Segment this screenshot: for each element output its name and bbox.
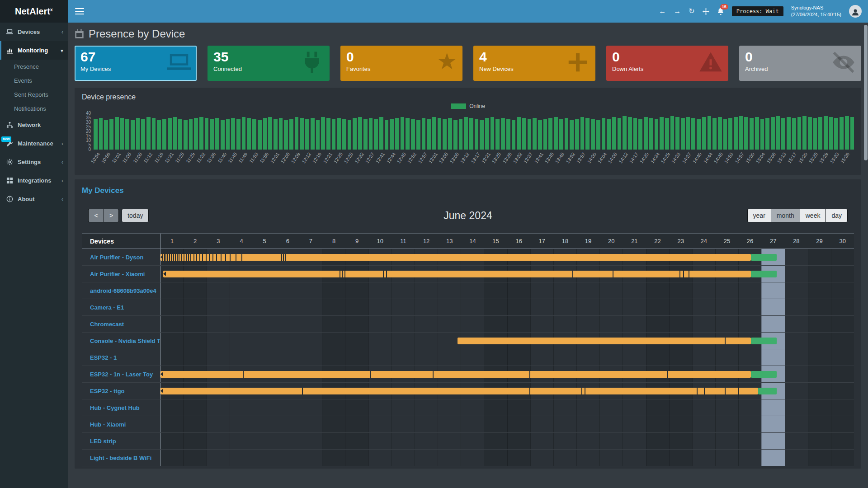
online-bar[interactable]	[802, 116, 807, 150]
online-bar[interactable]	[501, 118, 505, 150]
online-bar[interactable]	[649, 118, 653, 150]
online-bar[interactable]	[94, 119, 98, 150]
online-bar[interactable]	[596, 120, 600, 150]
online-bar[interactable]	[681, 118, 685, 150]
online-bar[interactable]	[152, 118, 156, 150]
online-bar[interactable]	[300, 118, 304, 150]
online-bar[interactable]	[602, 118, 606, 150]
online-bar[interactable]	[438, 118, 442, 150]
online-bar[interactable]	[443, 119, 447, 150]
online-bar[interactable]	[512, 120, 516, 150]
sidebar-item-network[interactable]: Network	[0, 116, 68, 134]
stat-tile-down-alerts[interactable]: 0Down Alerts	[606, 46, 728, 81]
online-bar[interactable]	[781, 118, 785, 150]
online-bar[interactable]	[332, 119, 336, 150]
online-bar[interactable]	[776, 116, 780, 150]
online-bar[interactable]	[840, 117, 844, 150]
online-bar[interactable]	[432, 117, 436, 150]
online-bar[interactable]	[686, 117, 690, 150]
online-bar[interactable]	[231, 118, 235, 150]
online-bar[interactable]	[655, 119, 659, 150]
sidebar-subitem-events[interactable]: Events	[0, 74, 68, 88]
online-bar[interactable]	[342, 119, 346, 150]
online-bar[interactable]	[242, 117, 246, 150]
online-bar[interactable]	[723, 119, 727, 150]
stat-tile-my-devices[interactable]: 67My Devices	[75, 46, 197, 81]
online-bar[interactable]	[792, 118, 796, 150]
online-bar[interactable]	[565, 118, 569, 150]
online-bar[interactable]	[422, 118, 426, 150]
online-bar[interactable]	[279, 118, 283, 150]
presence-bar[interactable]	[163, 271, 751, 277]
online-bar[interactable]	[797, 117, 802, 150]
view-year-button[interactable]: year	[747, 209, 771, 222]
online-bar[interactable]	[506, 119, 510, 150]
online-bar[interactable]	[570, 120, 574, 150]
device-name-link[interactable]: ESP32 - 1	[82, 349, 160, 366]
online-bar[interactable]	[850, 117, 854, 150]
online-bar[interactable]	[633, 118, 637, 150]
online-bar[interactable]	[109, 119, 113, 150]
online-bar[interactable]	[194, 118, 198, 150]
online-bar[interactable]	[374, 119, 378, 150]
online-bar[interactable]	[644, 117, 648, 150]
stat-tile-new-devices[interactable]: 4New Devices	[473, 46, 595, 81]
device-name-link[interactable]: Hub - Xiaomi	[82, 416, 160, 432]
online-bar[interactable]	[221, 120, 225, 150]
today-button[interactable]: today	[122, 209, 149, 222]
online-bar[interactable]	[485, 118, 489, 150]
online-bar[interactable]	[337, 118, 341, 150]
presence-bar[interactable]	[160, 388, 758, 394]
online-bar[interactable]	[215, 118, 219, 150]
online-bar[interactable]	[395, 118, 399, 150]
online-bar[interactable]	[99, 118, 103, 150]
online-bar[interactable]	[226, 119, 230, 150]
online-bar[interactable]	[618, 118, 622, 150]
app-logo[interactable]: NetAlertx	[0, 0, 68, 23]
avatar[interactable]	[849, 5, 862, 18]
online-bar[interactable]	[146, 117, 151, 150]
online-bar[interactable]	[744, 117, 748, 150]
online-bar[interactable]	[379, 117, 383, 150]
online-bar[interactable]	[348, 120, 352, 150]
online-now-bar[interactable]	[751, 254, 776, 261]
sidebar-item-devices[interactable]: Devices‹	[0, 23, 68, 41]
online-bar[interactable]	[131, 120, 135, 150]
online-bar[interactable]	[205, 118, 209, 150]
sidebar-item-maintenance[interactable]: newMaintenance‹	[0, 134, 68, 153]
my-devices-title[interactable]: My Devices	[82, 186, 854, 195]
online-bar[interactable]	[210, 119, 214, 150]
online-now-bar[interactable]	[751, 271, 776, 277]
sidebar-item-settings[interactable]: Settings‹	[0, 153, 68, 171]
device-name-link[interactable]: LED strip	[82, 433, 160, 449]
online-bar[interactable]	[390, 119, 394, 150]
online-bar[interactable]	[834, 118, 838, 150]
online-bar[interactable]	[258, 120, 262, 150]
device-name-link[interactable]: Camera - E1	[82, 299, 160, 315]
online-bar[interactable]	[173, 117, 177, 150]
online-bar[interactable]	[718, 117, 722, 150]
online-bar[interactable]	[469, 118, 473, 150]
online-bar[interactable]	[728, 118, 732, 150]
sidebar-subitem-notifications[interactable]: Notifications	[0, 102, 68, 116]
online-bar[interactable]	[628, 117, 632, 150]
device-name-link[interactable]: android-68608b93a00e4	[82, 282, 160, 299]
online-bar[interactable]	[543, 119, 547, 150]
online-bar[interactable]	[607, 119, 611, 150]
online-bar[interactable]	[480, 120, 484, 150]
prev-button[interactable]: <	[88, 209, 104, 222]
online-bar[interactable]	[268, 117, 272, 150]
online-bar[interactable]	[533, 118, 537, 150]
online-bar[interactable]	[104, 120, 108, 150]
online-bar[interactable]	[247, 118, 251, 150]
sidebar-item-integrations[interactable]: Integrations‹	[0, 171, 68, 190]
online-bar[interactable]	[808, 117, 812, 150]
online-bar[interactable]	[326, 118, 330, 150]
online-bar[interactable]	[284, 120, 288, 150]
device-name-link[interactable]: ESP32 - 1n - Laser Toy	[82, 366, 160, 382]
online-bar[interactable]	[818, 117, 822, 150]
device-name-link[interactable]: Light - bedside B WiFi	[82, 450, 160, 466]
online-bar[interactable]	[702, 117, 706, 150]
online-bar[interactable]	[845, 116, 849, 150]
online-bar[interactable]	[575, 119, 579, 150]
